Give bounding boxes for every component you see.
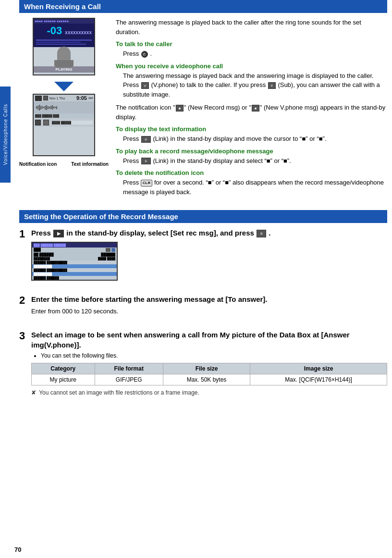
receiving-content: ■■■■ ■■■■■■ ■■■■■■ -03 xxxxxxxxxx bbox=[19, 18, 387, 200]
col-filesize: File size bbox=[163, 363, 250, 374]
menu-item2-highlighted: █████████ bbox=[32, 264, 117, 268]
table-header: Category File format File size Image siz… bbox=[32, 363, 387, 374]
step1-text: Press ▶ in the stand-by display, select … bbox=[31, 228, 387, 238]
text3: Press ≡ (Link) in the stand-by display a… bbox=[123, 134, 387, 144]
phone-screen-1: ■■■■ ■■■■■■ ■■■■■■ -03 xxxxxxxxxx bbox=[33, 18, 95, 75]
notification-text: The notification icon "■" (New Record ms… bbox=[116, 103, 387, 122]
cell-fileformat: GIF/JPEG bbox=[95, 374, 163, 385]
step3-text: Select an image to be sent when answerin… bbox=[31, 330, 387, 350]
col-category: Category bbox=[32, 363, 95, 374]
heading5: To delete the notification icon bbox=[116, 169, 387, 176]
ps1-number: -03 xxxxxxxxxx bbox=[34, 24, 94, 38]
note-symbol: ✘ bbox=[31, 389, 36, 396]
ps2-bottom: ████ █████ bbox=[34, 118, 94, 127]
step1-content: Press ▶ in the stand-by display, select … bbox=[31, 228, 387, 281]
section-setting: Setting the Operation of the Record Mess… bbox=[19, 210, 387, 396]
step3-bullet-list: You can set the following files. bbox=[41, 352, 387, 359]
section1-title: When Receiving a Call bbox=[19, 0, 387, 13]
call-button-icon: ✆ bbox=[141, 51, 148, 58]
menu-item3: ██████ ██████████ bbox=[32, 268, 117, 272]
menu-item1: ██████ ██████████ bbox=[32, 260, 117, 264]
text-content-area: The answering message is played back to … bbox=[116, 18, 387, 200]
new-vphone-icon: ■ bbox=[252, 105, 259, 112]
step3-table: Category File format File size Image siz… bbox=[31, 363, 387, 385]
step1-menu-screen: ███ ██████ ██████ ███ ██ ██████ ██████ █… bbox=[31, 242, 118, 281]
section2-title: Setting the Operation of the Record Mess… bbox=[19, 210, 387, 223]
step2-subtext: Enter from 000 to 120 seconds. bbox=[31, 307, 387, 316]
col-imagesize: Image size bbox=[250, 363, 387, 374]
center-key-icon: ≡ bbox=[257, 230, 266, 237]
section-receiving: When Receiving a Call ■■■■ ■■■■■■ ■■■■■■… bbox=[19, 0, 387, 200]
para1: The answering message is played back to … bbox=[116, 18, 387, 37]
vphone-icon: V bbox=[141, 82, 149, 89]
cell-imagesize: Max. [QCIF(W176×H144)] bbox=[250, 374, 387, 385]
text4: Press ≡ (Link) in the stand-by display a… bbox=[123, 156, 387, 166]
ps1-person-area bbox=[34, 47, 94, 66]
step3-bullet1: You can set the following files. bbox=[41, 352, 387, 359]
text2: The answering message is played back and… bbox=[123, 71, 387, 99]
page-number: 70 bbox=[14, 546, 21, 553]
heading3: To display the text information bbox=[116, 125, 387, 133]
notif-label-textinfo: Text information bbox=[71, 161, 109, 167]
ps2-date: Nov 1 Thu bbox=[49, 97, 75, 100]
cell-filesize: Max. 50K bytes bbox=[163, 374, 250, 385]
ps2-ampm: AM bbox=[88, 97, 93, 99]
menu-key-icon: ▶ bbox=[53, 230, 64, 237]
step2-block: 2 Enter the time before starting the ans… bbox=[19, 294, 387, 320]
text5: Press CLR for over a second. “■” or “■” … bbox=[123, 178, 387, 197]
ps2-time: 9:05 bbox=[76, 95, 87, 101]
heading4: To play back a record message/videophone… bbox=[116, 148, 387, 155]
ps2-text-info: ████ █████ bbox=[51, 121, 93, 124]
step2-content: Enter the time before starting the answe… bbox=[31, 294, 387, 316]
table-body: My picture GIF/JPEG Max. 50K bytes Max. … bbox=[32, 374, 387, 385]
text1: Press ✆ . bbox=[123, 49, 387, 59]
heading1: To talk to the caller bbox=[116, 40, 387, 48]
arrow-down-icon bbox=[54, 82, 74, 91]
new-record-icon: ■ bbox=[176, 105, 184, 112]
notif-labels: Notification icon Text information bbox=[19, 161, 109, 167]
ps2-middle-text: ███ █████ ███ bbox=[34, 113, 94, 118]
menu-row1: ███ bbox=[32, 248, 117, 252]
step2-text: Enter the time before starting the answe… bbox=[31, 294, 387, 304]
menu-item5: ██████ ██████ bbox=[32, 276, 117, 280]
ps2-notif-icon bbox=[35, 120, 41, 125]
ps1-playing-label: PLAYING bbox=[34, 66, 94, 73]
link-button-icon: ≡ bbox=[141, 136, 151, 143]
menu-row2: ██ ██████ ██████ bbox=[32, 252, 117, 257]
sub-icon: ≡ bbox=[268, 82, 276, 89]
heading2: When you receive a videophone call bbox=[116, 62, 387, 70]
step2-number: 2 bbox=[19, 294, 25, 307]
ps2-statusbar: Nov 1 Thu 9:05 AM bbox=[34, 95, 94, 101]
link-button-icon2: ≡ bbox=[141, 158, 151, 164]
step3-note: ✘ You cannot set an image with file rest… bbox=[31, 389, 387, 396]
ps2-wave-area bbox=[34, 101, 94, 113]
step3-number: 3 bbox=[19, 330, 25, 342]
table-row: My picture GIF/JPEG Max. 50K bytes Max. … bbox=[32, 374, 387, 385]
step1-number: 1 bbox=[19, 228, 25, 240]
ps1-top-bar: ■■■■ ■■■■■■ ■■■■■■ bbox=[34, 19, 94, 24]
menu-row3: ████████ ████-████ bbox=[32, 257, 117, 260]
menu-top-bar: ███ ██████ ██████ bbox=[32, 243, 117, 248]
table-header-row: Category File format File size Image siz… bbox=[32, 363, 387, 374]
step1-block: 1 Press ▶ in the stand-by display, selec… bbox=[19, 228, 387, 285]
notif-label-notification: Notification icon bbox=[19, 161, 57, 167]
side-tab-label: Voice/Videophone Calls bbox=[3, 104, 8, 165]
phone-screen-2: Nov 1 Thu 9:05 AM bbox=[33, 94, 95, 156]
clr-key-icon: CLR bbox=[141, 180, 152, 186]
col-fileformat: File format bbox=[95, 363, 163, 374]
ps1-lines bbox=[34, 38, 94, 47]
step3-block: 3 Select an image to be sent when answer… bbox=[19, 330, 387, 396]
menu-item4-highlighted: █████████ bbox=[32, 272, 117, 276]
cell-category: My picture bbox=[32, 374, 95, 385]
ps2-text-icon bbox=[43, 120, 49, 125]
step3-content: Select an image to be sent when answerin… bbox=[31, 330, 387, 396]
phone-images-column: ■■■■ ■■■■■■ ■■■■■■ -03 xxxxxxxxxx bbox=[19, 18, 109, 200]
side-tab: Voice/Videophone Calls bbox=[0, 87, 11, 183]
